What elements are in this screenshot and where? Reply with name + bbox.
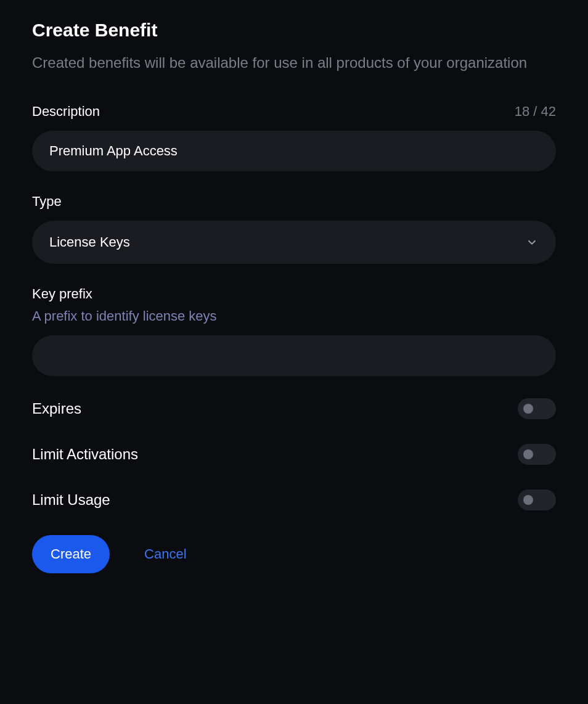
toggle-knob bbox=[523, 495, 533, 505]
toggle-knob bbox=[523, 449, 533, 459]
expires-row: Expires bbox=[32, 398, 556, 419]
limit-usage-label: Limit Usage bbox=[32, 491, 110, 509]
key-prefix-input[interactable] bbox=[32, 335, 556, 376]
create-button[interactable]: Create bbox=[32, 535, 110, 573]
chevron-down-icon bbox=[525, 235, 539, 249]
limit-activations-row: Limit Activations bbox=[32, 444, 556, 465]
description-input[interactable] bbox=[32, 131, 556, 171]
type-selected-value: License Keys bbox=[49, 234, 130, 250]
page-subtitle: Created benefits will be available for u… bbox=[32, 52, 556, 74]
page-title: Create Benefit bbox=[32, 20, 556, 41]
toggle-knob bbox=[523, 404, 533, 414]
type-field: Type License Keys bbox=[32, 194, 556, 264]
expires-label: Expires bbox=[32, 400, 81, 417]
limit-activations-toggle[interactable] bbox=[518, 444, 556, 465]
limit-usage-row: Limit Usage bbox=[32, 489, 556, 510]
limit-usage-toggle[interactable] bbox=[518, 489, 556, 510]
cancel-button[interactable]: Cancel bbox=[144, 546, 186, 562]
type-select[interactable]: License Keys bbox=[32, 221, 556, 264]
type-label: Type bbox=[32, 194, 62, 210]
key-prefix-helper: A prefix to identify license keys bbox=[32, 308, 556, 324]
limit-activations-label: Limit Activations bbox=[32, 446, 138, 463]
key-prefix-field: Key prefix A prefix to identify license … bbox=[32, 286, 556, 376]
key-prefix-label: Key prefix bbox=[32, 286, 556, 302]
description-field: Description 18 / 42 bbox=[32, 104, 556, 171]
description-counter: 18 / 42 bbox=[515, 104, 556, 120]
expires-toggle[interactable] bbox=[518, 398, 556, 419]
description-label: Description bbox=[32, 104, 100, 120]
actions-row: Create Cancel bbox=[32, 535, 556, 573]
